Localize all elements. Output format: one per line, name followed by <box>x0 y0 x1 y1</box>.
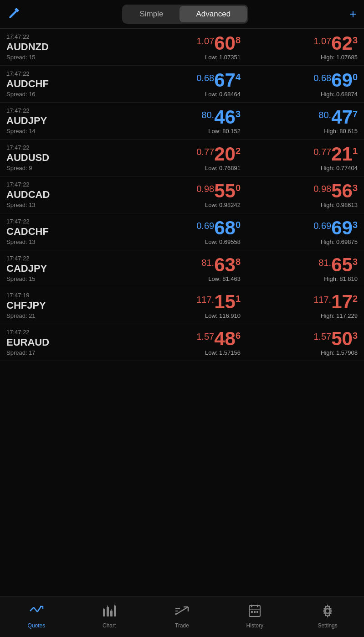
bid-big: 68 <box>214 218 236 238</box>
nav-chart[interactable]: Chart <box>73 596 146 637</box>
nav-quotes-label: Quotes <box>28 622 46 629</box>
svg-line-2 <box>37 606 41 612</box>
bid-big: 55 <box>214 181 236 201</box>
bid-sup: 1 <box>236 292 241 303</box>
bid-low: Low: 1.07351 <box>205 54 241 61</box>
bid-big: 20 <box>214 145 236 164</box>
quote-ask: 0.69 69 3 High: 0.69875 <box>241 218 358 245</box>
quote-bid: 1.07 60 8 Low: 1.07351 <box>123 34 241 61</box>
bid-low: Low: 80.152 <box>208 128 241 135</box>
ask-price-main: 0.77 21 1 <box>313 145 358 164</box>
ask-sup: 3 <box>353 218 358 229</box>
bid-big: 63 <box>214 255 236 274</box>
nav-chart-label: Chart <box>103 622 116 629</box>
quote-symbol: AUDNZD <box>6 41 123 53</box>
bid-sup: 0 <box>236 218 241 229</box>
quote-spread: Spread: 9 <box>6 165 123 171</box>
bid-big: 48 <box>214 329 236 348</box>
ask-sup: 3 <box>353 255 358 266</box>
ask-big: 65 <box>331 255 353 274</box>
ask-price-main: 117. 17 2 <box>313 292 358 311</box>
quote-time: 17:47:22 <box>6 329 123 336</box>
bid-low: Low: 1.57156 <box>205 349 241 356</box>
advanced-tab[interactable]: Advanced <box>179 6 247 22</box>
quote-row[interactable]: 17:47:22 AUDCAD Spread: 13 0.98 55 0 Low… <box>0 176 364 213</box>
bid-big: 67 <box>214 71 236 90</box>
quote-row[interactable]: 17:47:22 CADJPY Spread: 15 81. 63 8 Low:… <box>0 250 364 287</box>
quote-ask: 1.57 50 3 High: 1.57908 <box>241 329 358 356</box>
ask-prefix: 81. <box>318 255 331 267</box>
bid-big: 15 <box>214 292 236 311</box>
nav-trade-label: Trade <box>175 622 189 629</box>
ask-big: 47 <box>331 108 353 127</box>
ask-high: High: 0.98613 <box>321 202 358 208</box>
ask-price-main: 80. 47 7 <box>318 108 358 127</box>
quote-row[interactable]: 17:47:22 AUDCHF Spread: 16 0.68 67 4 Low… <box>0 66 364 103</box>
ask-price-main: 0.98 56 3 <box>313 181 358 201</box>
quote-spread: Spread: 15 <box>6 275 123 282</box>
simple-tab[interactable]: Simple <box>123 6 180 22</box>
quote-ask: 1.07 62 3 High: 1.07685 <box>241 34 358 61</box>
quote-row[interactable]: 17:47:19 CHFJPY Spread: 21 117. 15 1 Low… <box>0 287 364 324</box>
bid-prefix: 117. <box>196 292 214 304</box>
quote-spread: Spread: 17 <box>6 349 123 356</box>
quote-row[interactable]: 17:47:22 EURAUD Spread: 17 1.57 48 6 Low… <box>0 324 364 361</box>
nav-settings[interactable]: Settings <box>291 596 364 637</box>
nav-trade[interactable]: Trade <box>146 596 219 637</box>
bid-price-main: 0.69 68 0 <box>196 218 241 238</box>
quote-row[interactable]: 17:47:22 AUDJPY Spread: 14 80. 46 3 Low:… <box>0 103 364 140</box>
ask-prefix: 0.68 <box>313 71 331 83</box>
ask-big: 69 <box>331 218 353 238</box>
quote-left-AUDJPY: 17:47:22 AUDJPY Spread: 14 <box>6 107 123 135</box>
quotes-list: 17:47:22 AUDNZD Spread: 15 1.07 60 8 Low… <box>0 29 364 596</box>
ask-sup: 0 <box>353 71 358 82</box>
quote-left-AUDNZD: 17:47:22 AUDNZD Spread: 15 <box>6 33 123 61</box>
bid-prefix: 0.98 <box>196 181 214 193</box>
quote-bid: 0.69 68 0 Low: 0.69558 <box>123 218 241 245</box>
add-button[interactable]: + <box>349 7 357 21</box>
quote-bid: 1.57 48 6 Low: 1.57156 <box>123 329 241 356</box>
bid-prefix: 80. <box>201 108 214 119</box>
quote-spread: Spread: 14 <box>6 128 123 135</box>
quote-ask: 81. 65 3 High: 81.810 <box>241 255 358 282</box>
quote-row[interactable]: 17:47:22 AUDNZD Spread: 15 1.07 60 8 Low… <box>0 29 364 66</box>
edit-icon[interactable] <box>7 6 21 23</box>
nav-quotes[interactable]: Quotes <box>0 596 73 637</box>
ask-prefix: 1.07 <box>313 34 331 46</box>
bid-big: 46 <box>214 108 236 127</box>
quote-time: 17:47:22 <box>6 255 123 262</box>
bid-low: Low: 0.68464 <box>205 91 241 98</box>
nav-history[interactable]: History <box>218 596 291 637</box>
svg-line-0 <box>30 607 34 611</box>
quote-bid: 80. 46 3 Low: 80.152 <box>123 108 241 135</box>
bid-prefix: 1.07 <box>196 34 214 46</box>
quote-left-AUDUSD: 17:47:22 AUDUSD Spread: 9 <box>6 144 123 171</box>
bid-sup: 8 <box>236 34 241 45</box>
bid-prefix: 0.68 <box>196 71 214 83</box>
quote-left-EURAUD: 17:47:22 EURAUD Spread: 17 <box>6 329 123 356</box>
bid-sup: 3 <box>236 108 241 119</box>
bid-low: Low: 0.76891 <box>205 165 241 171</box>
bid-price-main: 1.57 48 6 <box>196 329 241 348</box>
segment-control: Simple Advanced <box>122 5 249 24</box>
quote-time: 17:47:22 <box>6 70 123 77</box>
quote-bid: 117. 15 1 Low: 116.910 <box>123 292 241 319</box>
bid-low: Low: 81.463 <box>208 275 241 282</box>
quote-time: 17:47:22 <box>6 181 123 188</box>
bid-big: 60 <box>214 34 236 53</box>
svg-line-1 <box>34 607 37 612</box>
ask-prefix: 80. <box>318 108 331 119</box>
quote-time: 17:47:22 <box>6 33 123 40</box>
bid-low: Low: 0.69558 <box>205 238 241 245</box>
quote-row[interactable]: 17:47:22 AUDUSD Spread: 9 0.77 20 2 Low:… <box>0 140 364 176</box>
ask-price-main: 1.57 50 3 <box>313 329 358 348</box>
quote-time: 17:47:19 <box>6 292 123 299</box>
svg-rect-8 <box>114 606 116 616</box>
ask-big: 50 <box>331 329 353 348</box>
quote-bid: 0.68 67 4 Low: 0.68464 <box>123 71 241 98</box>
quote-row[interactable]: 17:47:22 CADCHF Spread: 13 0.69 68 0 Low… <box>0 213 364 250</box>
quote-symbol: EURAUD <box>6 337 123 348</box>
ask-big: 69 <box>331 71 353 90</box>
quote-ask: 0.68 69 0 High: 0.68874 <box>241 71 358 98</box>
quote-spread: Spread: 21 <box>6 312 123 319</box>
